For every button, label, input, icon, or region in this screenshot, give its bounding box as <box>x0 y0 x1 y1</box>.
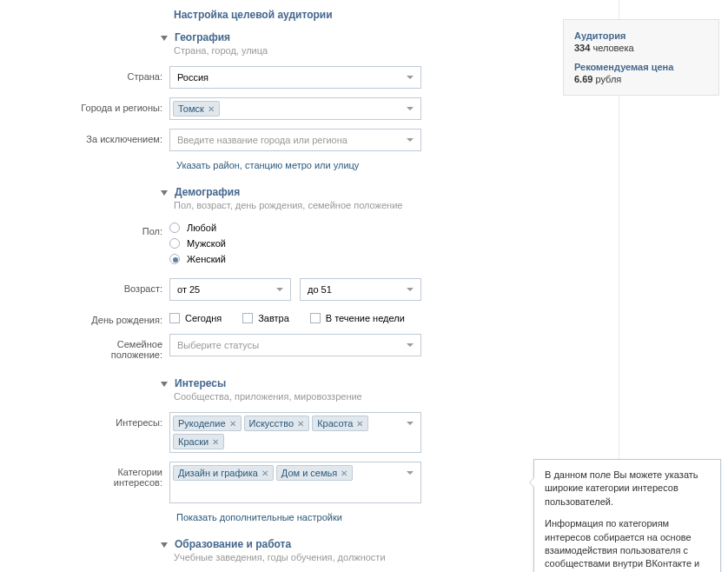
close-icon[interactable]: ✕ <box>212 437 219 447</box>
status-placeholder: Выберите статусы <box>173 337 263 353</box>
radio-icon <box>169 238 180 249</box>
radio-label: Женский <box>187 254 226 264</box>
checkbox-week[interactable]: В течение недели <box>310 313 405 323</box>
label-interests: Интересы: <box>69 412 169 428</box>
close-icon[interactable]: ✕ <box>341 469 347 478</box>
close-icon[interactable]: ✕ <box>229 419 236 429</box>
radio-label: Любой <box>187 223 216 233</box>
checkbox-label: Сегодня <box>185 313 222 323</box>
country-select[interactable]: Россия <box>169 66 421 89</box>
checkbox-label: Завтра <box>258 313 289 323</box>
label-status: Семейное положение: <box>69 334 169 360</box>
city-tag: Томск ✕ <box>173 101 220 116</box>
country-value: Россия <box>177 72 208 83</box>
section-subtitle-education: Учебные заведения, годы обучения, должно… <box>174 552 539 562</box>
radio-any[interactable]: Любой <box>169 223 421 233</box>
audience-label: Аудитория <box>574 30 708 41</box>
collapse-icon[interactable] <box>161 382 168 387</box>
checkbox-icon <box>310 313 321 323</box>
category-tag: Дом и семья✕ <box>276 465 353 481</box>
interests-input[interactable]: Рукоделие✕ Искусство✕ Красота✕ Краски✕ <box>169 412 421 453</box>
label-cities: Города и регионы: <box>69 97 169 113</box>
section-title-geo: География <box>175 31 230 43</box>
age-to-value: до 51 <box>308 284 332 295</box>
page-title: Настройка целевой аудитории <box>174 9 539 21</box>
interests-link[interactable]: Показать дополнительные настройки <box>176 512 539 522</box>
checkbox-tomorrow[interactable]: Завтра <box>242 313 289 323</box>
geo-link[interactable]: Указать район, станцию метро или улицу <box>176 160 539 170</box>
collapse-icon[interactable] <box>161 36 168 41</box>
categories-input[interactable]: Дизайн и графика✕ Дом и семья✕ <box>169 462 421 503</box>
label-categories: Категории интересов: <box>69 462 169 488</box>
interest-tag: Искусство✕ <box>244 416 310 431</box>
except-input[interactable]: Введите название города или региона <box>169 129 421 151</box>
section-title-interests: Интересы <box>175 377 226 389</box>
price-value: 6.69 рубля <box>574 74 708 84</box>
collapse-icon[interactable] <box>161 190 168 196</box>
radio-female[interactable]: Женский <box>169 254 421 264</box>
cities-input[interactable]: Томск ✕ <box>169 97 421 120</box>
category-tag: Дизайн и графика✕ <box>173 465 274 481</box>
sidebar-panel: Аудитория 334 человека Рекомендуемая цен… <box>563 19 719 96</box>
label-birthday: День рождения: <box>69 309 169 325</box>
checkbox-label: В течение недели <box>326 313 405 323</box>
age-to-select[interactable]: до 51 <box>300 278 421 301</box>
interest-tag: Рукоделие✕ <box>173 416 242 431</box>
tooltip-p1: В данном поле Вы можете указать широкие … <box>545 469 710 509</box>
checkbox-icon <box>169 313 180 323</box>
help-tooltip: В данном поле Вы можете указать широкие … <box>533 459 721 572</box>
close-icon[interactable]: ✕ <box>208 104 215 114</box>
tooltip-p2: Информация по категориям интересов собир… <box>545 517 710 572</box>
close-icon[interactable]: ✕ <box>297 419 304 429</box>
section-title-education: Образование и работа <box>175 538 291 550</box>
radio-male[interactable]: Мужской <box>169 238 421 249</box>
interest-tag: Краски✕ <box>173 434 224 449</box>
label-age: Возраст: <box>69 278 169 294</box>
section-subtitle-demo: Пол, возраст, день рождения, семейное по… <box>174 200 539 210</box>
radio-label: Мужской <box>187 238 226 249</box>
checkbox-today[interactable]: Сегодня <box>169 313 222 323</box>
except-placeholder: Введите название города или региона <box>173 132 352 148</box>
checkbox-icon <box>242 313 253 323</box>
main-form: Настройка целевой аудитории География Ст… <box>0 0 539 562</box>
label-country: Страна: <box>69 66 169 82</box>
label-except: За исключением: <box>69 129 169 144</box>
age-from-select[interactable]: от 25 <box>169 278 291 301</box>
age-from-value: от 25 <box>177 284 200 295</box>
radio-icon <box>169 223 180 233</box>
section-title-demo: Демография <box>175 186 240 198</box>
close-icon[interactable]: ✕ <box>261 469 268 478</box>
section-subtitle-interests: Сообщества, приложения, мировоззрение <box>174 391 539 402</box>
audience-value: 334 человека <box>574 43 708 53</box>
collapse-icon[interactable] <box>161 542 168 548</box>
section-subtitle-geo: Страна, город, улица <box>174 45 539 56</box>
price-label: Рекомендуемая цена <box>574 62 708 72</box>
radio-icon <box>169 254 180 264</box>
status-select[interactable]: Выберите статусы <box>169 334 421 356</box>
tag-label: Томск <box>178 103 204 114</box>
label-gender: Пол: <box>69 221 169 236</box>
interest-tag: Красота✕ <box>312 416 368 431</box>
close-icon[interactable]: ✕ <box>356 419 363 429</box>
